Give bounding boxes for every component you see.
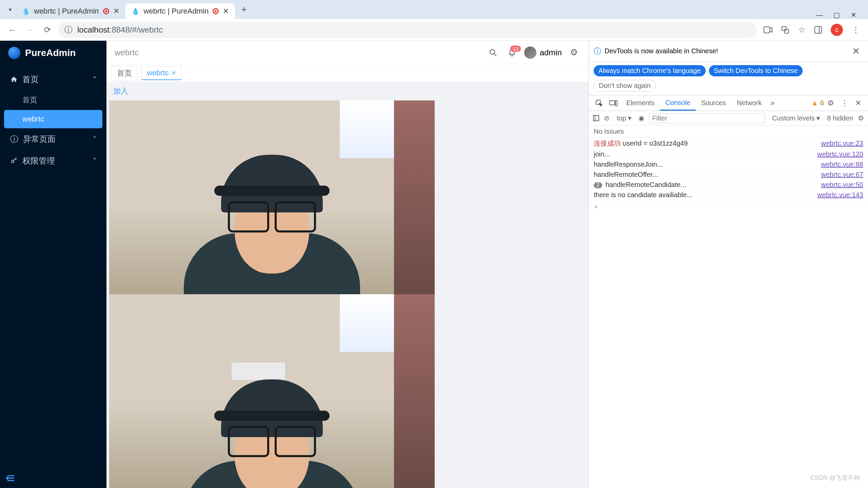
sidebar-sub-home[interactable]: 首页	[4, 90, 102, 110]
devtools-lang-bar: Always match Chrome's language Switch De…	[589, 62, 868, 95]
devtools-tab-sources[interactable]: Sources	[696, 95, 731, 111]
devtools-menu-icon[interactable]: ⋮	[837, 99, 852, 108]
hidden-count: 8 hidden	[827, 114, 853, 122]
tab-search-dropdown[interactable]: ▾	[5, 6, 16, 13]
source-link[interactable]: webrtc.vue:88	[821, 161, 863, 168]
favicon-icon: 💧	[132, 7, 140, 15]
minimize-button[interactable]: —	[814, 11, 825, 19]
levels-select[interactable]: Custom levels ▾	[770, 113, 822, 123]
devtools-tab-elements[interactable]: Elements	[621, 95, 660, 111]
device-icon[interactable]	[606, 100, 621, 106]
source-link[interactable]: webrtc.vue:120	[817, 150, 863, 158]
console-log: 连接成功 userId = o3st1zz4g49 webrtc.vue:23 …	[589, 138, 868, 488]
chevron-down-icon: ˅	[93, 157, 96, 165]
inspect-icon[interactable]	[592, 100, 606, 107]
context-select[interactable]: top ▾	[614, 113, 634, 123]
close-tab-icon[interactable]: ×	[172, 69, 176, 77]
address-bar[interactable]: ⓘ localhost:8848/#/webrtc	[58, 22, 757, 38]
close-window-button[interactable]: ✕	[848, 11, 859, 19]
devtools-info-bar: ⓘ DevTools is now available in Chinese! …	[589, 41, 868, 62]
filter-input[interactable]	[649, 113, 765, 123]
profile-avatar[interactable]: c	[831, 24, 843, 36]
recording-icon	[213, 8, 219, 14]
log-row: 连接成功 userId = o3st1zz4g49 webrtc.vue:23	[589, 138, 868, 149]
browser-tab[interactable]: 💧 webrtc | PureAdmin ✕	[16, 3, 125, 19]
join-link-row: 加入	[106, 82, 589, 100]
camera-icon[interactable]	[764, 26, 772, 33]
close-info-button[interactable]: ✕	[849, 43, 863, 59]
browser-tab-strip: ▾ 💧 webrtc | PureAdmin ✕ 💧 webrtc | Pure…	[0, 0, 868, 19]
console-settings-icon[interactable]: ⚙	[858, 114, 864, 122]
chevron-up-icon: ˄	[93, 75, 96, 83]
devtools-info-text: DevTools is now available in Chinese!	[605, 47, 718, 55]
svg-point-5	[12, 160, 14, 163]
devtools-tab-strip: Elements Console Sources Network » ▲ 6 ⚙…	[589, 95, 868, 111]
info-icon: ⓘ	[10, 134, 18, 145]
svg-point-9	[490, 50, 495, 54]
lang-match-button[interactable]: Always match Chrome's language	[594, 65, 706, 76]
avatar	[524, 46, 536, 59]
more-tabs-icon[interactable]: »	[767, 99, 778, 108]
watermark: CSDN @飞哥不鸽	[810, 474, 860, 482]
devtools-close-icon[interactable]: ✕	[852, 99, 865, 108]
clear-console-icon[interactable]: ⊘	[604, 114, 610, 122]
sidebar-sub-webrtc[interactable]: webrtc	[4, 110, 102, 128]
lang-switch-button[interactable]: Switch DevTools to Chinese	[709, 65, 803, 76]
log-row: handleResponseJoin... webrtc.vue:88	[589, 159, 868, 170]
lang-dismiss-button[interactable]: Don't show again	[594, 80, 656, 92]
home-icon	[10, 76, 18, 83]
close-tab-icon[interactable]: ✕	[223, 7, 229, 16]
user-menu[interactable]: admin	[524, 46, 562, 59]
forward-button[interactable]: →	[23, 23, 37, 37]
console-prompt[interactable]: ›	[589, 200, 868, 212]
app-tab-home[interactable]: 首页	[111, 66, 138, 81]
join-link[interactable]: 加入	[113, 87, 128, 95]
source-link[interactable]: webrtc.vue:143	[817, 191, 863, 199]
log-row: 2 handleRemoteCandidate... webrtc.vue:50	[589, 180, 868, 190]
source-link[interactable]: webrtc.vue:23	[821, 139, 863, 147]
search-icon[interactable]	[486, 49, 500, 57]
reload-button[interactable]: ⟳	[41, 23, 54, 37]
source-link[interactable]: webrtc.vue:67	[821, 171, 863, 179]
gear-icon[interactable]: ⚙	[567, 47, 580, 58]
sidebar-item-label: 权限管理	[22, 155, 55, 166]
live-expression-icon[interactable]: ◉	[638, 114, 644, 122]
sidebar-item-error[interactable]: ⓘ 异常页面 ˅	[4, 128, 102, 150]
issues-row[interactable]: No Issues	[589, 126, 868, 138]
menu-icon[interactable]: ⋮	[852, 25, 860, 35]
badge: 13	[510, 45, 521, 52]
notification-icon[interactable]: 13	[505, 48, 519, 57]
log-row: join... webrtc.vue:120	[589, 149, 868, 159]
main-panel: webrtc 13 admin ⚙ 首页 webrtc	[106, 41, 589, 488]
site-info-icon[interactable]: ⓘ	[64, 24, 73, 35]
window-controls: — ▢ ✕	[805, 11, 868, 19]
translate-icon[interactable]	[781, 26, 789, 34]
local-video[interactable]	[109, 100, 435, 294]
browser-tab-active[interactable]: 💧 webrtc | PureAdmin ✕	[125, 3, 235, 19]
sidebar-item-label: 异常页面	[23, 134, 56, 145]
back-button[interactable]: ←	[5, 23, 19, 37]
devtools-settings-icon[interactable]: ⚙	[824, 99, 837, 108]
sidebar-item-home[interactable]: 首页 ˄	[4, 69, 102, 90]
brand[interactable]: PureAdmin	[0, 41, 106, 65]
close-tab-icon[interactable]: ✕	[113, 7, 119, 16]
source-link[interactable]: webrtc.vue:50	[821, 181, 863, 189]
remote-video[interactable]	[109, 294, 435, 488]
collapse-sidebar-button[interactable]	[0, 468, 106, 488]
video-area	[106, 100, 589, 488]
recording-icon	[103, 8, 109, 14]
warning-icon: ▲	[811, 99, 818, 107]
svg-rect-0	[764, 27, 770, 33]
devtools-tab-console[interactable]: Console	[660, 95, 695, 111]
log-row: handleRemoteOffer... webrtc.vue:67	[589, 170, 868, 180]
app-tab-webrtc[interactable]: webrtc ×	[141, 66, 182, 80]
console-toolbar: ⊘ top ▾ ◉ Custom levels ▾ 8 hidden ⚙	[589, 111, 868, 126]
warnings-badge[interactable]: ▲ 6	[811, 99, 824, 107]
devtools-tab-network[interactable]: Network	[731, 95, 767, 111]
bookmark-icon[interactable]: ☆	[798, 25, 806, 35]
side-panel-icon[interactable]	[814, 26, 822, 34]
sidebar-item-permission[interactable]: 权限管理 ˅	[4, 150, 102, 172]
new-tab-button[interactable]: +	[235, 4, 253, 15]
console-sidebar-icon[interactable]	[593, 115, 599, 121]
maximize-button[interactable]: ▢	[831, 11, 842, 19]
